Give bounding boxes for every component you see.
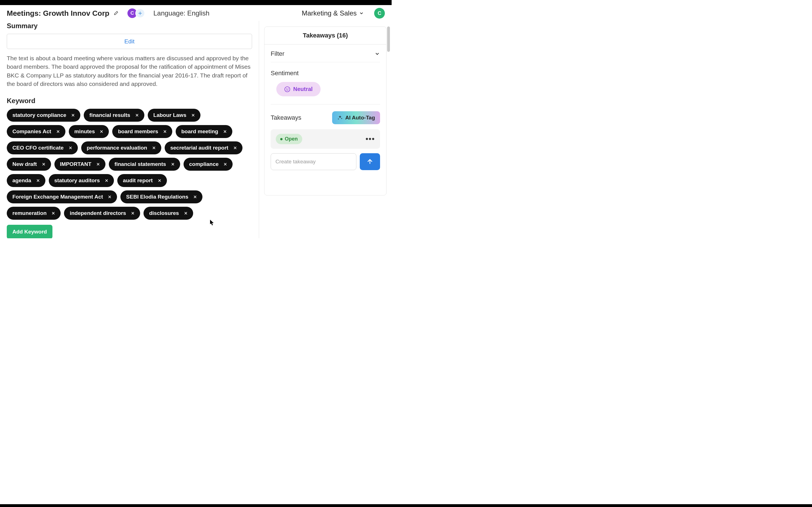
remove-keyword-icon[interactable] xyxy=(151,145,157,151)
remove-keyword-icon[interactable] xyxy=(130,210,136,216)
category-label: Marketing & Sales xyxy=(302,9,357,17)
keyword-chip[interactable]: statutory auditors xyxy=(49,174,114,187)
remove-keyword-icon[interactable] xyxy=(170,161,175,167)
remove-keyword-icon[interactable] xyxy=(95,161,101,167)
remove-keyword-icon[interactable] xyxy=(68,145,73,151)
takeaways-title: Takeaways (16) xyxy=(264,27,386,44)
remove-keyword-icon[interactable] xyxy=(107,194,112,200)
sparkle-icon xyxy=(337,115,343,121)
keyword-heading: Keyword xyxy=(7,97,252,105)
takeaways-panel: Takeaways (16) Filter Sentiment Neutral … xyxy=(264,26,387,195)
keyword-chip[interactable]: SEBI Elodia Regulations xyxy=(120,190,202,203)
remove-keyword-icon[interactable] xyxy=(183,210,189,216)
chevron-down-icon xyxy=(374,51,380,57)
keyword-chip[interactable]: independent directors xyxy=(64,207,140,220)
keyword-label: New draft xyxy=(12,161,37,167)
remove-keyword-icon[interactable] xyxy=(190,112,196,118)
remove-keyword-icon[interactable] xyxy=(104,178,109,183)
keyword-chip[interactable]: statutory compliance xyxy=(7,109,80,122)
remove-keyword-icon[interactable] xyxy=(162,129,168,134)
remove-keyword-icon[interactable] xyxy=(70,112,76,118)
status-label: Open xyxy=(285,136,298,142)
keyword-chip[interactable]: Foreign Exchange Management Act xyxy=(7,190,117,203)
arrow-up-icon xyxy=(366,158,373,165)
keyword-chip[interactable]: financial statements xyxy=(109,158,180,171)
keyword-label: secretarial audit report xyxy=(170,145,229,151)
collaborator-avatars: C + xyxy=(128,8,145,18)
neutral-face-icon xyxy=(284,86,290,93)
svg-point-46 xyxy=(287,89,287,89)
edit-title-icon[interactable] xyxy=(113,11,118,16)
keyword-label: board members xyxy=(118,128,158,135)
keyword-label: independent directors xyxy=(70,210,126,216)
keyword-label: Foreign Exchange Management Act xyxy=(12,194,103,200)
svg-point-47 xyxy=(288,89,288,89)
keyword-chip[interactable]: minutes xyxy=(69,125,109,138)
add-collaborator-button[interactable]: + xyxy=(135,8,145,18)
keyword-chip[interactable]: disclosures xyxy=(144,207,193,220)
remove-keyword-icon[interactable] xyxy=(192,194,198,200)
remove-keyword-icon[interactable] xyxy=(35,178,41,183)
user-avatar[interactable]: C xyxy=(374,8,385,18)
status-chip[interactable]: Open xyxy=(276,134,302,144)
remove-keyword-icon[interactable] xyxy=(41,161,47,167)
keyword-chip[interactable]: Labour Laws xyxy=(148,109,200,122)
keyword-chip[interactable]: compliance xyxy=(184,158,233,171)
scrollbar[interactable] xyxy=(387,26,390,52)
keyword-chip[interactable]: audit report xyxy=(117,174,167,187)
keyword-chip[interactable]: board members xyxy=(112,125,172,138)
add-keyword-button[interactable]: Add Keyword xyxy=(7,225,52,238)
summary-text: The text is about a board meeting where … xyxy=(7,54,252,89)
keyword-chip[interactable]: remuneration xyxy=(7,207,61,220)
svg-point-44 xyxy=(285,87,290,92)
remove-keyword-icon[interactable] xyxy=(99,129,104,134)
keyword-chip[interactable]: New draft xyxy=(7,158,51,171)
remove-keyword-icon[interactable] xyxy=(134,112,140,118)
keyword-label: board meeting xyxy=(181,128,218,135)
keyword-label: audit report xyxy=(123,177,153,184)
keyword-label: remuneration xyxy=(12,210,47,216)
takeaway-card[interactable]: Open ••• xyxy=(271,129,380,149)
edit-label: Edit xyxy=(124,38,135,45)
keyword-chip[interactable]: financial results xyxy=(84,109,144,122)
summary-edit-button[interactable]: Edit xyxy=(7,34,252,49)
keyword-label: statutory auditors xyxy=(54,177,100,184)
sentiment-chip[interactable]: Neutral xyxy=(276,82,320,96)
ai-button-label: AI Auto-Tag xyxy=(345,115,375,121)
sentiment-value: Neutral xyxy=(293,86,313,93)
keyword-label: compliance xyxy=(189,161,219,167)
language-label[interactable]: Language: English xyxy=(153,9,209,17)
remove-keyword-icon[interactable] xyxy=(157,178,162,183)
category-dropdown[interactable]: Marketing & Sales xyxy=(302,9,364,17)
keyword-chip[interactable]: CEO CFO certificate xyxy=(7,142,78,154)
filter-dropdown[interactable]: Filter xyxy=(271,45,380,62)
remove-keyword-icon[interactable] xyxy=(232,145,238,151)
keyword-label: disclosures xyxy=(149,210,179,216)
remove-keyword-icon[interactable] xyxy=(222,129,228,134)
ai-auto-tag-button[interactable]: AI Auto-Tag xyxy=(332,111,380,124)
submit-takeaway-button[interactable] xyxy=(360,153,380,170)
keyword-label: Labour Laws xyxy=(153,112,186,118)
keyword-label: minutes xyxy=(74,128,95,135)
window-top-bar xyxy=(0,0,392,5)
takeaways-sidebar: Takeaways (16) Filter Sentiment Neutral … xyxy=(259,21,392,238)
remove-keyword-icon[interactable] xyxy=(222,161,228,167)
keyword-chip[interactable]: agenda xyxy=(7,174,45,187)
mouse-cursor-icon xyxy=(210,220,214,226)
keyword-chip[interactable]: performance evaluation xyxy=(81,142,161,154)
create-takeaway-input[interactable]: Create takeaway xyxy=(271,153,356,170)
keyword-chip[interactable]: IMPORTANT xyxy=(54,158,106,171)
main-content: Summary Edit The text is about a board m… xyxy=(0,21,259,238)
summary-heading: Summary xyxy=(7,22,252,30)
more-options-icon[interactable]: ••• xyxy=(366,135,375,144)
keyword-label: statutory compliance xyxy=(12,112,66,118)
keyword-label: agenda xyxy=(12,177,31,184)
keyword-chip[interactable]: board meeting xyxy=(175,125,232,138)
keyword-chip[interactable]: Companies Act xyxy=(7,125,65,138)
keyword-list: statutory compliancefinancial resultsLab… xyxy=(7,109,252,220)
sentiment-heading: Sentiment xyxy=(271,62,380,82)
remove-keyword-icon[interactable] xyxy=(50,210,56,216)
remove-keyword-icon[interactable] xyxy=(55,129,61,134)
keyword-chip[interactable]: secretarial audit report xyxy=(165,142,243,154)
filter-label: Filter xyxy=(271,50,285,57)
